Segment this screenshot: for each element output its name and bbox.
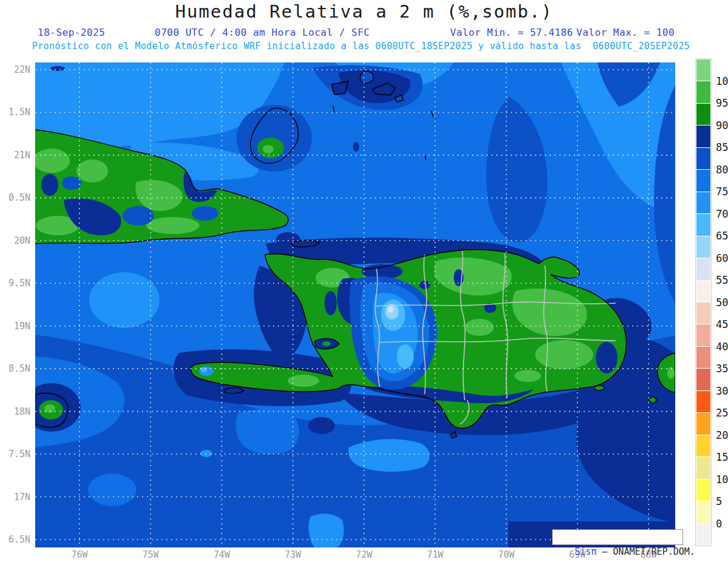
lon-tick-label: 72W <box>347 549 381 560</box>
colorbar-tick-label: 25 <box>716 407 728 419</box>
lat-tick-label: 6.5N <box>0 534 30 545</box>
colorbar-tick-label: 100 <box>716 75 728 87</box>
lat-tick-label: 1.5N <box>0 107 30 118</box>
colorbar-tick-label: 55 <box>716 274 728 286</box>
colorbar-tick-label: 90 <box>716 119 728 132</box>
colorbar-segment-45-50 <box>696 303 710 324</box>
colorbar-segment-0-5 <box>696 501 710 523</box>
colorbar-tick-label: 75 <box>716 186 728 198</box>
lon-tick-label: 76W <box>62 549 96 560</box>
lat-tick-label: 0.5N <box>0 192 30 203</box>
colorbar-segment-70-75 <box>696 192 710 214</box>
colorbar-segment-90-95 <box>696 104 710 125</box>
colorbar-segment->100 <box>696 59 710 81</box>
colorbar-tick-label: 40 <box>716 341 728 353</box>
lat-tick-label: 7.5N <box>0 449 30 460</box>
colorbar-segment-30-35 <box>696 369 710 390</box>
lon-tick-label: 75W <box>133 549 167 560</box>
humidity-map <box>0 0 728 562</box>
colorbar-tick-label: 70 <box>716 208 728 220</box>
lat-tick-label: 20N <box>0 235 30 246</box>
lat-tick-label: 8.5N <box>0 363 30 374</box>
lat-tick-label: 17N <box>0 492 30 503</box>
colorbar-segment-5-10 <box>696 480 710 501</box>
sispi-brand: Sisπ <box>575 546 596 557</box>
colorbar-tick-label: 30 <box>716 385 728 397</box>
colorbar-segment-65-70 <box>696 214 710 236</box>
colorbar-tick-label: 20 <box>716 429 728 441</box>
lon-tick-label: 70W <box>490 549 524 560</box>
lat-tick-label: 22N <box>0 64 30 75</box>
colorbar-segment-60-65 <box>696 236 710 258</box>
colorbar-segment-25-30 <box>696 391 710 413</box>
colorbar-segment-80-85 <box>696 148 710 170</box>
lat-tick-label: 9.5N <box>0 278 30 289</box>
colorbar-tick-label: 15 <box>716 451 728 463</box>
colorbar-tick-label: 0 <box>716 518 728 530</box>
colorbar-tick-label: 45 <box>716 318 728 330</box>
weather-map-figure: Humedad Relativa a 2 m (%,somb.) 18-Sep-… <box>0 0 728 562</box>
lat-tick-label: 18N <box>0 406 30 417</box>
colorbar-tick-label: 80 <box>716 164 728 176</box>
attribution-box: Sisπ – ONAMET/REP.DOM. <box>552 529 683 545</box>
colorbar-tick-label: 60 <box>716 252 728 264</box>
colorbar-segment-15-20 <box>696 435 710 457</box>
colorbar-segment-10-15 <box>696 457 710 479</box>
colorbar-segment-35-40 <box>696 347 710 369</box>
lat-tick-label: 19N <box>0 321 30 332</box>
colorbar-segment-20-25 <box>696 413 710 435</box>
colorbar-tick-label: 5 <box>716 495 728 507</box>
lon-tick-label: 71W <box>418 549 452 560</box>
colorbar-segment-50-55 <box>696 281 710 303</box>
colorbar-tick-label: 10 <box>716 473 728 486</box>
saona-island <box>595 386 604 390</box>
colorbar <box>695 58 712 546</box>
jamaica-tip <box>35 393 68 427</box>
lon-tick-label: 74W <box>205 549 239 560</box>
colorbar-tick-label: 95 <box>716 97 728 109</box>
colorbar-segment-85-90 <box>696 125 710 147</box>
colorbar-tick-label: 35 <box>716 363 728 375</box>
colorbar-segment-75-80 <box>696 170 710 192</box>
colorbar-tick-label: 65 <box>716 230 728 242</box>
colorbar-segment-55-60 <box>696 258 710 280</box>
colorbar-segment-40-45 <box>696 324 710 346</box>
colorbar-segment-<0 <box>696 524 710 545</box>
colorbar-tick-label: 50 <box>716 296 728 309</box>
colorbar-segment-95-100 <box>696 81 710 103</box>
lat-tick-label: 21N <box>0 150 30 161</box>
attribution-text: – ONAMET/REP.DOM. <box>596 546 695 557</box>
colorbar-tick-label: 85 <box>716 141 728 153</box>
lon-tick-label: 73W <box>276 549 310 560</box>
